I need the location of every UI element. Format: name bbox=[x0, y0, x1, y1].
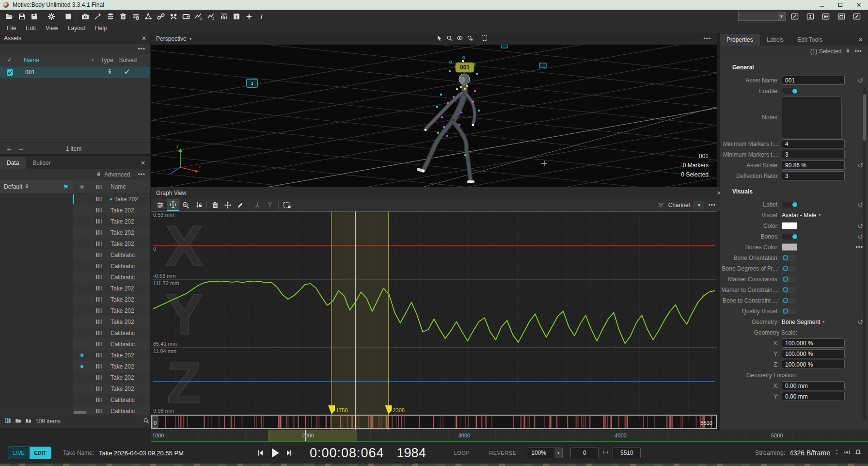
name-sort-chevron-icon[interactable]: ▾ bbox=[92, 58, 94, 63]
take-row[interactable]: Take 202 bbox=[73, 283, 150, 294]
property-input[interactable]: 001 bbox=[782, 76, 845, 85]
loop-button[interactable]: LOOP bbox=[454, 450, 470, 456]
search-icon[interactable] bbox=[143, 418, 149, 425]
info-button[interactable]: i bbox=[255, 11, 268, 22]
frame-display[interactable]: 1984 bbox=[397, 446, 426, 461]
property-toggle[interactable] bbox=[782, 287, 796, 293]
property-dropdown[interactable]: Bone Segment▾ bbox=[782, 319, 824, 325]
color-swatch[interactable] bbox=[782, 243, 797, 251]
assets-col-solved[interactable]: Solved bbox=[119, 57, 137, 64]
star-icon[interactable]: ★ bbox=[73, 363, 91, 370]
panel-camera-button[interactable] bbox=[820, 11, 832, 22]
add-asset-button[interactable]: + bbox=[7, 145, 11, 153]
cursor-tool-icon[interactable] bbox=[436, 35, 442, 43]
zoom-box-button[interactable] bbox=[179, 200, 192, 210]
save-take-button[interactable] bbox=[28, 11, 41, 22]
take-row[interactable]: Calibratic bbox=[73, 272, 150, 283]
more-options-icon[interactable]: ••• bbox=[855, 244, 863, 251]
take-row[interactable]: Take 202 bbox=[73, 294, 150, 305]
reverse-button[interactable]: REVERSE bbox=[489, 450, 516, 456]
take-row[interactable]: Take 202 bbox=[73, 227, 150, 238]
graph-pane-1-button[interactable]: 1 bbox=[192, 11, 205, 22]
devices-panel-button[interactable] bbox=[62, 11, 75, 22]
broadcast-icon[interactable] bbox=[843, 449, 851, 458]
assets-menu-icon[interactable]: ••• bbox=[138, 46, 145, 52]
streaming-updown-icon[interactable] bbox=[834, 450, 839, 456]
tab-data[interactable]: Data bbox=[0, 157, 26, 169]
edit-button[interactable]: EDIT bbox=[30, 447, 51, 459]
tab-properties[interactable]: Properties bbox=[720, 34, 760, 46]
follow-tool-icon[interactable] bbox=[467, 35, 473, 43]
layout-combobox[interactable]: ▼ bbox=[738, 12, 786, 21]
maximize-button[interactable] bbox=[831, 0, 850, 10]
visibility-tool-icon[interactable] bbox=[457, 35, 463, 43]
property-input[interactable]: 100.000 % bbox=[782, 338, 845, 348]
channel-dropdown-icon[interactable]: ▼ bbox=[694, 201, 704, 209]
remove-asset-button[interactable]: − bbox=[19, 145, 23, 153]
asset-label-badge[interactable]: 001 bbox=[456, 63, 474, 72]
reset-trash-button[interactable] bbox=[209, 200, 221, 210]
menu-edit[interactable]: Edit bbox=[22, 24, 40, 32]
minimize-button[interactable] bbox=[813, 0, 831, 10]
advanced-label[interactable]: Advanced bbox=[104, 171, 130, 178]
media-column-icon[interactable] bbox=[91, 185, 107, 189]
range-start-input[interactable]: 0 bbox=[570, 448, 599, 458]
take-row[interactable]: Calibratic bbox=[73, 249, 150, 260]
property-input[interactable]: 100.000 % bbox=[782, 349, 845, 358]
take-row[interactable]: Take 202 bbox=[73, 383, 150, 394]
menu-view[interactable]: View bbox=[42, 24, 62, 32]
properties-scrollbar[interactable] bbox=[863, 86, 866, 421]
next-frame-button[interactable] bbox=[285, 449, 293, 457]
ibeam-select-button[interactable] bbox=[167, 199, 179, 211]
panel-database-button[interactable] bbox=[835, 11, 848, 22]
take-row[interactable]: Take 202 bbox=[73, 372, 150, 383]
folder-icon[interactable] bbox=[15, 418, 21, 425]
menu-layout[interactable]: Layout bbox=[64, 24, 89, 32]
magic-wand-button[interactable] bbox=[92, 11, 104, 22]
property-input[interactable]: 100.000 % bbox=[782, 360, 845, 369]
take-row[interactable]: Calibratic bbox=[73, 327, 150, 338]
properties-close-icon[interactable]: ✕ bbox=[858, 36, 863, 43]
asset-checkbox[interactable] bbox=[7, 69, 13, 76]
list-scrollbar-thumb[interactable] bbox=[74, 411, 86, 414]
panel-person-button[interactable] bbox=[804, 11, 817, 22]
camera-calibration-button[interactable] bbox=[79, 11, 92, 22]
graph-pane-2-button[interactable]: 2 bbox=[205, 11, 218, 22]
reset-trash-button[interactable] bbox=[117, 11, 129, 22]
tracks-chart-button[interactable] bbox=[218, 11, 230, 22]
take-row[interactable]: Take 202 bbox=[73, 238, 150, 249]
undo-icon[interactable]: ↺ bbox=[857, 233, 863, 241]
rigid-body-button[interactable] bbox=[142, 11, 155, 22]
prev-frame-button[interactable] bbox=[256, 449, 264, 457]
tab-builder[interactable]: Builder bbox=[26, 157, 57, 169]
notes-textarea[interactable] bbox=[782, 96, 842, 138]
take-row[interactable]: Take 202 bbox=[73, 205, 150, 216]
sparkle-button[interactable] bbox=[243, 11, 255, 22]
viewport-menu-icon[interactable]: ••• bbox=[703, 35, 711, 42]
property-toggle[interactable] bbox=[782, 276, 796, 282]
key-in-button[interactable] bbox=[251, 200, 264, 210]
nav-cross-button[interactable] bbox=[221, 200, 234, 210]
graph-menu-icon[interactable]: ••• bbox=[708, 202, 716, 209]
take-row[interactable]: Take 202 bbox=[73, 216, 150, 227]
range-end-input[interactable]: 5510 bbox=[613, 448, 641, 458]
color-swatch[interactable] bbox=[782, 222, 797, 229]
channel-mode-label[interactable]: Channel bbox=[668, 202, 690, 209]
settings-gear-button[interactable] bbox=[45, 11, 58, 22]
open-file-button[interactable] bbox=[3, 11, 16, 22]
undo-icon[interactable]: ↺ bbox=[857, 201, 863, 209]
property-dropdown[interactable]: Avatar - Male▾ bbox=[782, 212, 821, 219]
property-toggle[interactable] bbox=[782, 88, 798, 94]
take-name-value[interactable]: Take 2026-04-03 09.20.55 PM bbox=[99, 450, 184, 457]
menu-file[interactable]: File bbox=[3, 24, 20, 32]
undo-icon[interactable]: ↺ bbox=[857, 77, 863, 84]
property-toggle[interactable] bbox=[782, 298, 796, 304]
view-selector-chevron-icon[interactable]: ▾ bbox=[189, 36, 192, 41]
layout-one-button[interactable]: 1 bbox=[230, 11, 243, 22]
check-column-icon[interactable] bbox=[7, 57, 12, 64]
properties-lock-icon[interactable] bbox=[845, 48, 851, 55]
save-button[interactable] bbox=[16, 11, 28, 22]
folder-add-icon[interactable] bbox=[25, 418, 32, 425]
assets-col-name[interactable]: Name bbox=[24, 57, 39, 64]
panel-wand-button[interactable] bbox=[789, 11, 801, 22]
